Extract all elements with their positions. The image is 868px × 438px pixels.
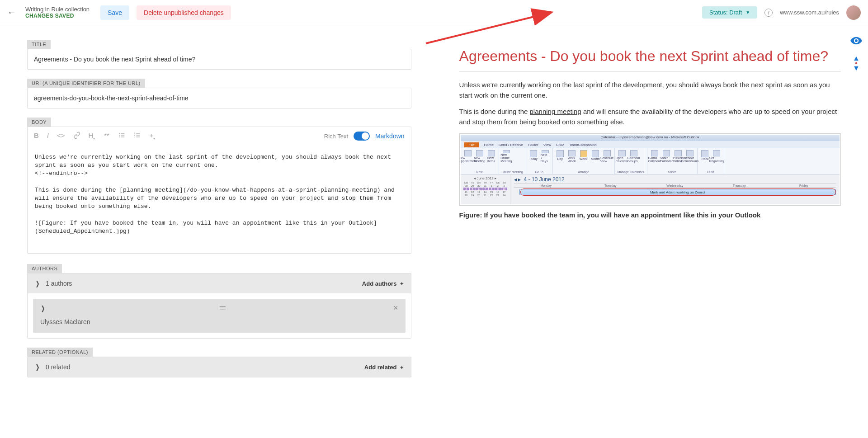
ordered-list-icon[interactable]: 123: [134, 132, 141, 141]
bold-icon[interactable]: B: [34, 132, 39, 141]
title-field-label: TITLE: [27, 40, 51, 49]
site-url-label: www.ssw.com.au/rules: [780, 9, 839, 16]
body-toolbar: B I <> H▾ 123 +▾ Rich Text Markdown: [27, 127, 411, 145]
status-dropdown[interactable]: Status: Draft ▼: [702, 6, 757, 19]
quote-icon[interactable]: [103, 132, 110, 141]
changes-saved-label: CHANGES SAVED: [25, 13, 90, 19]
planning-meeting-link[interactable]: planning meeting: [530, 108, 581, 115]
body-textarea[interactable]: [27, 145, 411, 254]
link-icon[interactable]: [73, 132, 80, 141]
author-card: ❯ == × Ulysses Maclaren: [33, 299, 406, 333]
svg-rect-2: [121, 133, 125, 133]
related-summary: 0 related: [46, 363, 359, 371]
preview-paragraph: This is done during the planning meeting…: [459, 107, 841, 127]
authors-summary: 1 authors: [46, 280, 357, 287]
figure-caption: Figure: If you have booked the team in, …: [459, 210, 841, 221]
outlook-ribbon: NewAppointmentNewMeetingNewItemsNew New …: [461, 148, 840, 174]
svg-rect-6: [121, 137, 125, 137]
uri-field-label: URI (A UNIQUE IDENTIFIER FOR THE URL): [27, 79, 145, 88]
info-icon[interactable]: i: [764, 9, 773, 17]
markdown-mode-label: Markdown: [375, 132, 405, 140]
svg-point-1: [119, 133, 120, 134]
authors-header[interactable]: ❯ 1 authors Add authors +: [28, 273, 411, 293]
chevron-right-icon: ❯: [36, 363, 39, 371]
preview-title: Agreements - Do you book the next Sprint…: [459, 47, 841, 72]
author-name: Ulysses Maclaren: [40, 318, 398, 325]
caret-down-icon: ▼: [745, 10, 750, 15]
richtext-mode-label: Rich Text: [324, 133, 348, 140]
svg-rect-12: [137, 137, 140, 137]
svg-rect-10: [137, 135, 140, 135]
editor-pane: TITLE URI (A UNIQUE IDENTIFIER FOR THE U…: [0, 25, 439, 438]
heading-icon[interactable]: H▾: [89, 132, 95, 141]
preview-body: Unless we're currently working on the la…: [459, 80, 841, 221]
figure-image: Calendar - ulyssesmaclaren@ssw.com.au - …: [459, 133, 841, 206]
unordered-list-icon[interactable]: [118, 132, 126, 141]
status-label: Status: Draft: [709, 9, 742, 16]
main-area: TITLE URI (A UNIQUE IDENTIFIER FOR THE U…: [0, 25, 868, 438]
related-panel: ❯ 0 related Add related +: [27, 357, 411, 377]
authors-panel: ❯ 1 authors Add authors + ❯ == × Ulysses…: [27, 273, 411, 339]
chevron-right-icon[interactable]: ❯: [41, 305, 45, 312]
preview-eye-icon[interactable]: [850, 34, 863, 48]
chevron-right-icon: ❯: [36, 280, 39, 287]
save-button[interactable]: Save: [100, 5, 129, 20]
outlook-tabs: File Home Send / Receive Folder View CRM…: [461, 141, 840, 148]
body-field-label: BODY: [27, 118, 51, 127]
context-line: Writing in Rule collection: [25, 6, 90, 13]
uri-input[interactable]: [27, 88, 411, 108]
user-avatar[interactable]: [846, 5, 861, 20]
add-related-button[interactable]: Add related +: [364, 364, 404, 371]
svg-point-3: [119, 135, 120, 136]
outlook-titlebar: Calendar - ulyssesmaclaren@ssw.com.au - …: [461, 135, 840, 141]
italic-icon[interactable]: I: [47, 132, 49, 141]
preview-pane: ▲•▼ Agreements - Do you book the next Sp…: [439, 25, 868, 438]
delete-unpublished-button[interactable]: Delete unpublished changes: [137, 5, 231, 20]
top-right: Status: Draft ▼ i www.ssw.com.au/rules: [702, 5, 861, 20]
top-buttons: Save Delete unpublished changes: [100, 5, 231, 20]
context-block: Writing in Rule collection CHANGES SAVED: [25, 6, 90, 19]
preview-paragraph: Unless we're currently working on the la…: [459, 80, 841, 100]
related-header[interactable]: ❯ 0 related Add related +: [28, 357, 411, 377]
authors-field-label: AUTHORS: [27, 264, 62, 273]
title-input[interactable]: [27, 49, 411, 70]
svg-rect-8: [137, 133, 140, 133]
svg-text:3: 3: [134, 136, 136, 138]
code-icon[interactable]: <>: [57, 132, 65, 141]
editor-mode-toggle[interactable]: [354, 132, 370, 141]
back-arrow-icon[interactable]: ←: [7, 7, 16, 18]
svg-point-5: [119, 137, 120, 137]
add-block-icon[interactable]: +▾: [149, 132, 155, 141]
resize-handle-icon[interactable]: ▲•▼: [853, 56, 860, 71]
svg-rect-4: [121, 135, 125, 135]
remove-author-icon[interactable]: ×: [393, 303, 398, 313]
top-bar: ← Writing in Rule collection CHANGES SAV…: [0, 0, 868, 25]
drag-handle-icon[interactable]: ==: [219, 303, 223, 313]
related-field-label: RELATED (OPTIONAL): [27, 348, 93, 357]
add-authors-button[interactable]: Add authors +: [362, 280, 404, 287]
